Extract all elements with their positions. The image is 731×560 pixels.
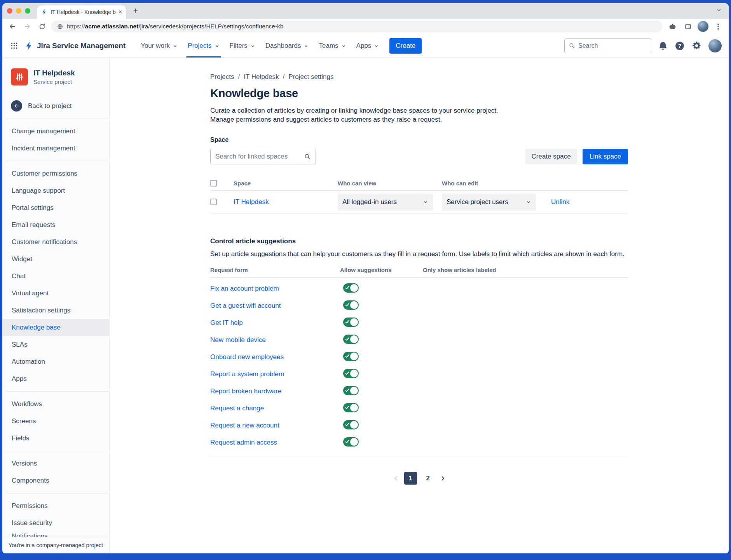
- sidebar-item[interactable]: Incident management: [2, 140, 109, 157]
- link-space-button[interactable]: Link space: [583, 149, 628, 164]
- allow-suggestions-toggle[interactable]: [343, 437, 359, 447]
- sidebar-item[interactable]: Permissions: [2, 497, 109, 515]
- sidebar-item[interactable]: SLAs: [2, 336, 109, 353]
- previous-page-icon[interactable]: [393, 475, 400, 482]
- allow-suggestions-toggle[interactable]: [343, 318, 359, 327]
- site-info-icon[interactable]: [57, 23, 63, 30]
- allow-suggestions-toggle[interactable]: [343, 403, 359, 412]
- settings-gear-icon[interactable]: [692, 41, 701, 51]
- sidebar-item-clipped[interactable]: Notifications: [2, 532, 109, 537]
- who-can-edit-select[interactable]: Service project users: [442, 194, 536, 211]
- request-form-link[interactable]: Request a change: [210, 405, 340, 412]
- topnav-item[interactable]: Dashboards: [260, 34, 314, 58]
- breadcrumb-it-helpdesk[interactable]: IT Helpdesk: [244, 73, 279, 81]
- help-icon[interactable]: ?: [675, 41, 685, 51]
- breadcrumb-projects[interactable]: Projects: [210, 73, 234, 81]
- new-tab-button[interactable]: +: [130, 5, 141, 17]
- linked-spaces-search[interactable]: [210, 149, 316, 164]
- request-form-link[interactable]: Request a new account: [210, 422, 340, 429]
- select-all-checkbox[interactable]: [210, 180, 217, 187]
- close-window-button[interactable]: [7, 8, 12, 14]
- topnav-item[interactable]: Filters: [225, 34, 260, 58]
- sidebar-item[interactable]: Virtual agent: [2, 285, 109, 302]
- maximize-window-button[interactable]: [25, 8, 30, 14]
- sidebar-item[interactable]: Satisfaction settings: [2, 302, 109, 319]
- sidebar-divider: [7, 119, 109, 119]
- allow-suggestions-toggle[interactable]: [343, 369, 359, 378]
- table-row: IT Helpdesk All logged-in users Service …: [210, 191, 628, 213]
- linked-spaces-search-input[interactable]: [215, 153, 304, 160]
- request-form-link[interactable]: Onboard new employees: [210, 353, 340, 361]
- forms-table-header: Request form Allow suggestions Only show…: [210, 267, 628, 278]
- sidebar-item[interactable]: Language support: [2, 182, 109, 199]
- app-switcher-grid-icon[interactable]: [10, 42, 18, 50]
- project-type: Service project: [33, 79, 75, 85]
- create-button[interactable]: Create: [389, 38, 422, 54]
- sidebar-item[interactable]: Screens: [2, 413, 109, 430]
- allow-suggestions-toggle[interactable]: [343, 352, 359, 361]
- sidebar-item[interactable]: Automation: [2, 353, 109, 370]
- sidebar-item[interactable]: Versions: [2, 455, 109, 472]
- tab-list-chevron-icon[interactable]: [716, 7, 722, 14]
- back-to-project-button[interactable]: Back to project: [2, 97, 109, 115]
- allow-suggestions-toggle[interactable]: [343, 335, 359, 344]
- sidebar-item[interactable]: Email requests: [2, 216, 109, 234]
- forward-icon[interactable]: [22, 21, 33, 32]
- topnav-item-projects[interactable]: Projects: [183, 34, 224, 58]
- request-form-link[interactable]: Request admin access: [210, 439, 340, 447]
- create-space-button[interactable]: Create space: [525, 149, 577, 164]
- allow-suggestions-toggle[interactable]: [343, 300, 359, 310]
- row-checkbox[interactable]: [210, 199, 217, 205]
- topnav-item[interactable]: Teams: [314, 34, 351, 58]
- back-icon[interactable]: [7, 21, 18, 32]
- topnav-item[interactable]: Your work: [136, 34, 183, 58]
- reload-icon[interactable]: [37, 21, 47, 32]
- browser-window: IT Helpdesk - Knowledge base × + https:/…: [2, 3, 729, 553]
- browser-tab[interactable]: IT Helpdesk - Knowledge base ×: [37, 5, 126, 19]
- breadcrumb-project-settings[interactable]: Project settings: [288, 73, 333, 81]
- user-avatar[interactable]: [708, 39, 722, 52]
- allow-suggestions-toggle[interactable]: [343, 420, 359, 429]
- page-2-button[interactable]: 2: [422, 472, 434, 485]
- request-form-link[interactable]: Get IT help: [210, 319, 340, 327]
- sidebar-item[interactable]: Change management: [2, 123, 109, 140]
- side-panel-icon[interactable]: [682, 21, 694, 32]
- notifications-bell-icon[interactable]: [658, 41, 668, 51]
- url-bar[interactable]: https://acme.atlassian.net/jira/serviced…: [51, 21, 663, 32]
- sidebar-item[interactable]: Customer permissions: [2, 165, 109, 182]
- page-1-button[interactable]: 1: [404, 472, 417, 485]
- window-controls[interactable]: [7, 8, 30, 14]
- chevron-down-icon: [423, 199, 428, 205]
- next-page-icon[interactable]: [439, 475, 446, 482]
- allow-suggestions-toggle[interactable]: [343, 386, 359, 395]
- global-search[interactable]: [564, 38, 651, 53]
- sidebar-item[interactable]: Apps: [2, 370, 109, 387]
- sidebar-item[interactable]: Customer notifications: [2, 234, 109, 251]
- request-form-link[interactable]: New mobile device: [210, 336, 340, 344]
- request-form-link[interactable]: Report a system problem: [210, 370, 340, 378]
- minimize-window-button[interactable]: [16, 8, 21, 14]
- global-search-input[interactable]: [578, 42, 637, 49]
- sidebar-item[interactable]: Portal settings: [2, 199, 109, 216]
- browser-menu-kebab-icon[interactable]: ⋮: [712, 21, 724, 32]
- request-form-link[interactable]: Fix an account problem: [210, 285, 340, 293]
- who-can-view-select[interactable]: All logged-in users: [338, 194, 433, 211]
- sidebar-item[interactable]: Widget: [2, 251, 109, 268]
- request-form-link[interactable]: Report broken hardware: [210, 387, 340, 395]
- app-logo[interactable]: Jira Service Management: [24, 41, 126, 51]
- space-link[interactable]: IT Helpdesk: [234, 198, 338, 206]
- extensions-puzzle-icon[interactable]: [666, 21, 678, 32]
- sidebar-item[interactable]: Issue security: [2, 515, 109, 532]
- request-form-link[interactable]: Get a guest wifi account: [210, 302, 340, 310]
- sidebar-item[interactable]: Fields: [2, 430, 109, 447]
- sidebar-item[interactable]: Components: [2, 472, 109, 489]
- topnav-item[interactable]: Apps: [351, 34, 384, 58]
- allow-suggestions-toggle[interactable]: [343, 283, 359, 293]
- sidebar-item[interactable]: Workflows: [2, 396, 109, 413]
- browser-profile-avatar[interactable]: [698, 21, 708, 32]
- sidebar-item-knowledge-base[interactable]: Knowledge base: [2, 319, 109, 336]
- tab-close-icon[interactable]: ×: [119, 9, 122, 16]
- unlink-button[interactable]: Unlink: [551, 198, 628, 206]
- sidebar-item[interactable]: Chat: [2, 268, 109, 285]
- page-description: Curate a collection of articles by creat…: [210, 106, 628, 124]
